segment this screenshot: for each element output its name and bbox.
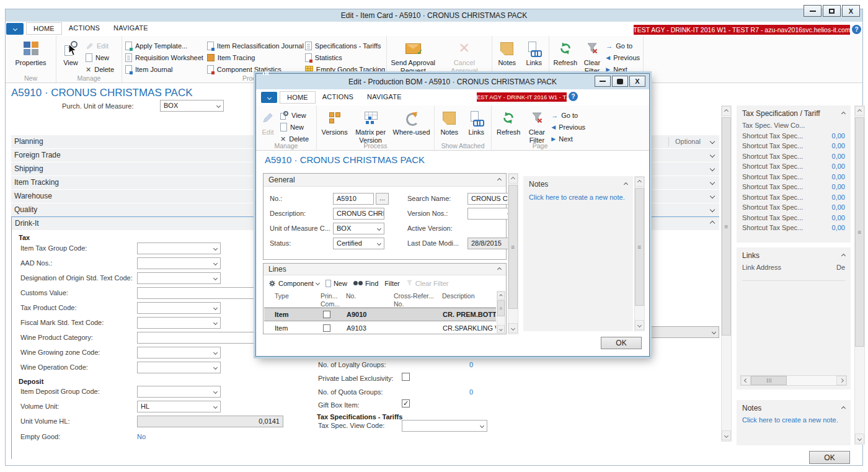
chevron-up-icon[interactable] (841, 406, 846, 410)
item-journal-button[interactable]: Item Journal (125, 65, 203, 74)
factbox-row[interactable]: Shortcut Tax Spec...0,00 (737, 131, 851, 141)
properties-button[interactable]: Properties (11, 38, 51, 67)
scroll-down-button[interactable] (508, 323, 518, 333)
factbox-header[interactable]: Notes (523, 176, 633, 191)
column-description[interactable]: Description (442, 292, 475, 300)
view-button[interactable]: View (280, 110, 309, 120)
scroll-down-button[interactable] (722, 430, 731, 440)
aad-nos-dropdown[interactable] (137, 257, 221, 269)
factbox-row[interactable]: Shortcut Tax Spec...0,00 (737, 141, 851, 151)
minimize-button[interactable] (595, 76, 611, 87)
send-approval-request-button[interactable]: ✓ Send Approval Request (390, 38, 436, 74)
chevron-down-icon[interactable] (710, 153, 715, 158)
clear-filter-button[interactable]: Clear Filter (582, 38, 603, 74)
modal-content-scrollbar[interactable]: ≡ (508, 173, 518, 334)
help-button[interactable]: ? (852, 25, 861, 34)
factbox-header[interactable]: Tax Specification / Tariff (737, 105, 851, 120)
item-reclassification-journal-button[interactable]: Item Reclassification Journal (207, 41, 301, 51)
column-print-component[interactable]: Prin... Com... (321, 292, 340, 308)
chevron-up-icon[interactable] (841, 253, 846, 257)
edit-button[interactable]: Edit (259, 108, 277, 136)
modal-notes-scrollbar[interactable]: ≡ (634, 176, 645, 331)
factbox-row[interactable]: Shortcut Tax Spec...0,00 (737, 161, 851, 172)
tab-home[interactable]: HOME (26, 22, 62, 35)
scroll-thumb[interactable] (751, 376, 787, 385)
notes-button[interactable]: Notes (495, 38, 519, 67)
chevron-up-icon[interactable] (841, 111, 846, 115)
notes-button[interactable]: Notes (438, 108, 461, 136)
tax-product-code-dropdown[interactable] (137, 302, 221, 314)
scroll-up-button[interactable] (855, 106, 864, 116)
component-menu-button[interactable]: Component (268, 280, 319, 287)
tab-navigate[interactable]: NAVIGATE (107, 22, 155, 35)
links-horizontal-scrollbar[interactable] (740, 375, 847, 386)
versions-button[interactable]: Versions (320, 108, 349, 136)
tab-home[interactable]: HOME (280, 91, 316, 104)
volume-unit-dropdown[interactable]: HL (137, 401, 221, 412)
new-button[interactable]: New (86, 53, 114, 63)
status-dropdown[interactable]: Certified (333, 238, 384, 249)
modal-titlebar[interactable]: Edit - Production BOM - A5910 · CRONUS C… (256, 74, 649, 89)
partially-hidden-field[interactable] (651, 326, 719, 338)
scroll-thumb[interactable]: ≡ (508, 185, 518, 309)
factbox-row[interactable]: Shortcut Tax Spec...0,00 (737, 192, 851, 203)
table-row[interactable]: Item A9103 CR.SPARKLING WIN (264, 322, 496, 336)
tab-actions[interactable]: ACTIONS (316, 91, 360, 104)
item-tracing-button[interactable]: Item Tracing (207, 53, 301, 63)
previous-button[interactable]: ◀Previous (551, 122, 585, 132)
main-titlebar[interactable]: Edit - Item Card - A5910 · CRONUS CHRIST… (6, 9, 862, 22)
maximize-button[interactable] (612, 76, 628, 87)
create-note-link[interactable]: Click here to create a new note. (737, 415, 851, 425)
column-type[interactable]: Type (275, 292, 289, 300)
lines-scrollbar[interactable]: ≡ (497, 291, 505, 333)
application-menu-button[interactable] (6, 23, 24, 35)
scroll-up-button[interactable] (635, 177, 644, 187)
goto-button[interactable]: →Go to (606, 41, 640, 51)
scroll-right-button[interactable] (836, 376, 846, 385)
edit-button[interactable]: Edit (86, 41, 114, 51)
factbox-row[interactable]: Shortcut Tax Spec...0,00 (737, 223, 851, 233)
delete-button[interactable]: ✕ Delete (86, 65, 114, 74)
new-line-button[interactable]: New (326, 280, 347, 287)
application-menu-button[interactable] (261, 92, 277, 103)
chevron-down-icon[interactable] (710, 180, 715, 185)
scroll-down-button[interactable] (497, 325, 505, 333)
item-deposit-group-dropdown[interactable] (137, 386, 221, 398)
tab-actions[interactable]: ACTIONS (62, 22, 107, 35)
factbox-row[interactable]: Tax Spec. View Co... (737, 120, 851, 131)
restore-button[interactable] (823, 5, 841, 17)
scroll-up-button[interactable] (508, 174, 518, 184)
requisition-worksheet-button[interactable]: Requisition Worksheet (125, 53, 203, 63)
chevron-down-icon[interactable] (710, 166, 715, 171)
chevron-down-icon[interactable] (710, 194, 715, 198)
scroll-thumb[interactable]: ≡ (497, 300, 505, 316)
filter-button[interactable]: Filter (384, 280, 399, 287)
chevron-down-icon[interactable] (710, 139, 715, 144)
minimize-button[interactable] (804, 5, 822, 17)
clear-filter-button[interactable]: Clear Filter (526, 108, 547, 144)
column-cross-reference[interactable]: Cross-Refer... No. (394, 292, 434, 308)
tab-navigate[interactable]: NAVIGATE (360, 91, 409, 104)
scroll-left-button[interactable] (741, 376, 751, 385)
item-tax-group-dropdown[interactable] (137, 243, 221, 254)
loyalty-groups-value[interactable]: 0 (402, 361, 473, 368)
purch-uom-dropdown[interactable]: BOX (160, 100, 224, 112)
statistics-button[interactable]: Statistics (305, 53, 385, 63)
chevron-up-icon[interactable] (624, 182, 628, 186)
fiscal-mark-dropdown[interactable] (137, 317, 221, 329)
find-button[interactable]: Find (353, 280, 378, 287)
help-button[interactable]: ? (569, 92, 578, 101)
quota-groups-value[interactable]: 0 (402, 388, 473, 396)
chevron-up-icon[interactable] (497, 177, 502, 182)
private-label-checkbox[interactable] (402, 373, 410, 381)
chevron-up-icon[interactable] (710, 221, 715, 226)
main-scrollbar[interactable]: ≡ (721, 105, 732, 442)
factbox-row[interactable]: Shortcut Tax Spec...0,00 (737, 202, 851, 213)
previous-button[interactable]: ◀Previous (606, 53, 640, 63)
description-field[interactable]: CRONUS CHRI... (333, 208, 384, 220)
print-component-checkbox[interactable] (323, 324, 330, 332)
factbox-row[interactable]: Shortcut Tax Spec...0,00 (737, 182, 851, 192)
uom-dropdown[interactable]: BOX (333, 223, 384, 234)
clear-filter-button[interactable]: Clear Filter (406, 280, 449, 287)
empty-good-value[interactable]: No (137, 433, 146, 440)
